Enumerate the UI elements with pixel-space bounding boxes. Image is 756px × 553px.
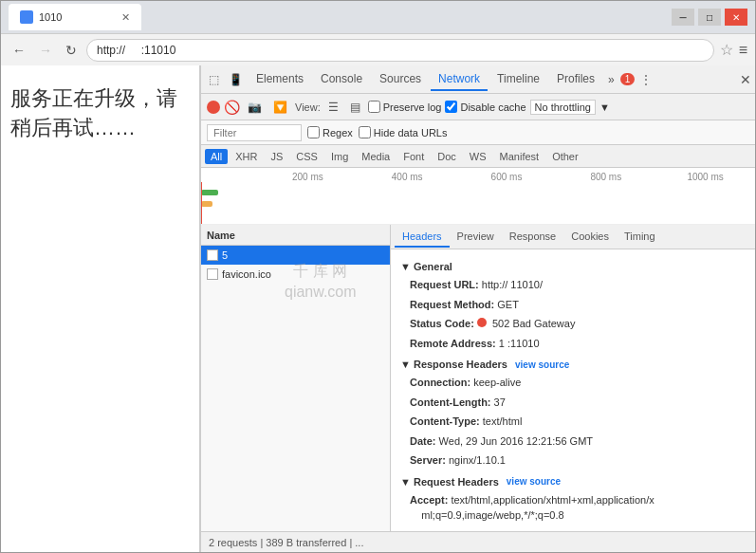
throttle-select[interactable]: No throttling — [530, 100, 596, 115]
request-checkbox-1 — [207, 249, 218, 261]
timeline-bar-2 — [201, 201, 212, 207]
tab-elements[interactable]: Elements — [249, 68, 311, 91]
filter-bar: Regex Hide data URLs — [201, 120, 755, 145]
regex-checkbox[interactable] — [307, 126, 320, 138]
timeline-labels: 200 ms 400 ms 600 ms 800 ms 1000 ms — [201, 168, 755, 182]
more-tabs-icon[interactable]: » — [604, 71, 618, 88]
timeline-marker — [201, 182, 202, 224]
timeline-label-600: 600 ms — [457, 172, 557, 182]
tab-title: 1010 — [39, 11, 116, 23]
tab-close-button[interactable]: ✕ — [121, 11, 130, 24]
tab-timeline[interactable]: Timeline — [489, 68, 547, 91]
detail-tab-headers[interactable]: Headers — [395, 227, 450, 248]
type-filter-tabs: All XHR JS CSS Img Media Font Doc WS Man… — [201, 145, 755, 168]
type-tab-other[interactable]: Other — [546, 149, 584, 164]
network-toolbar: 🚫 📷 🔽 View: ☰ ▤ Preserve log Disable cac… — [201, 94, 755, 120]
type-tab-css[interactable]: CSS — [290, 149, 323, 164]
detail-tab-cookies[interactable]: Cookies — [563, 227, 617, 248]
resp-content-type-row: Content-Type: text/html — [400, 412, 746, 432]
timeline-label-200: 200 ms — [258, 172, 358, 182]
request-method-row: Request Method: GET — [400, 295, 746, 315]
devtools-close-button[interactable]: ✕ — [740, 72, 751, 87]
requests-pane: Name 5 favicon.ico — [201, 225, 391, 531]
detail-tab-response[interactable]: Response — [502, 227, 564, 248]
minimize-button[interactable]: ─ — [672, 9, 694, 26]
type-tab-all[interactable]: All — [205, 149, 228, 164]
request-name-2: favicon.ico — [222, 268, 271, 280]
window-controls: ─ □ ✕ — [672, 9, 747, 26]
large-rows-button[interactable]: ▤ — [346, 99, 364, 116]
menu-button[interactable]: ≡ — [739, 42, 747, 59]
devtools-panel: ⬚ 📱 Elements Console Sources Network Tim… — [200, 65, 755, 552]
type-tab-font[interactable]: Font — [397, 149, 430, 164]
request-view-source-link[interactable]: view source — [507, 476, 561, 487]
preserve-log-label: Preserve log — [368, 101, 442, 113]
hide-data-label: Hide data URLs — [359, 126, 448, 138]
general-section-title: ▼ General — [400, 261, 746, 272]
status-dot-icon — [477, 318, 487, 327]
request-item-2[interactable]: favicon.ico — [201, 265, 390, 284]
detail-tab-timing[interactable]: Timing — [617, 227, 663, 248]
browser-tab[interactable]: 1010 ✕ — [9, 4, 141, 30]
preserve-log-checkbox[interactable] — [368, 101, 380, 113]
tab-profiles[interactable]: Profiles — [549, 68, 602, 91]
page-message: 服务正在升级，请稍后再试…… — [10, 84, 190, 143]
type-tab-js[interactable]: JS — [265, 149, 288, 164]
type-tab-manifest[interactable]: Manifest — [494, 149, 545, 164]
resp-content-length-row: Content-Length: 37 — [400, 393, 746, 413]
filter-button[interactable]: 🔽 — [269, 99, 291, 116]
timeline-bar-1 — [201, 190, 218, 195]
title-bar: 1010 ✕ ─ □ ✕ — [1, 1, 755, 33]
address-bar: ← → ↻ ☆ ≡ — [1, 33, 755, 65]
disable-cache-label: Disable cache — [445, 101, 526, 113]
response-headers-title: ▼ Response Headers view source — [400, 359, 746, 370]
maximize-button[interactable]: □ — [698, 9, 721, 26]
timeline-chart — [201, 182, 755, 224]
forward-button[interactable]: → — [35, 41, 56, 60]
type-tab-img[interactable]: Img — [325, 149, 354, 164]
request-checkbox-2 — [207, 268, 218, 280]
devtools-options-button[interactable]: ⋮ — [636, 71, 655, 88]
type-tab-media[interactable]: Media — [356, 149, 396, 164]
detail-tab-preview[interactable]: Preview — [450, 227, 502, 248]
devtools-status-bar: 2 requests | 389 B transferred | ... — [201, 531, 755, 552]
view-label: View: — [295, 101, 321, 113]
devtools-device-icon[interactable]: 📱 — [225, 71, 247, 88]
tab-console[interactable]: Console — [313, 68, 370, 91]
camera-button[interactable]: 📷 — [244, 99, 266, 116]
reload-button[interactable]: ↻ — [62, 41, 81, 60]
response-view-source-link[interactable]: view source — [515, 359, 569, 370]
type-tab-doc[interactable]: Doc — [432, 149, 462, 164]
browser-window: 1010 ✕ ─ □ ✕ ← → ↻ ☆ ≡ 服务正在升级，请稍后再试…… ⬚ … — [0, 0, 756, 553]
hide-data-checkbox[interactable] — [359, 126, 371, 138]
details-pane: Headers Preview Response Cookies Timing … — [391, 225, 755, 531]
resp-connection-row: Connection: keep-alive — [400, 373, 746, 393]
list-view-button[interactable]: ☰ — [324, 99, 342, 116]
close-button[interactable]: ✕ — [725, 9, 747, 26]
timeline-area: 200 ms 400 ms 600 ms 800 ms 1000 ms — [201, 168, 755, 225]
req-accept-row: Accept: text/html,application/xhtml+xml,… — [400, 490, 746, 525]
back-button[interactable]: ← — [9, 41, 29, 60]
type-tab-ws[interactable]: WS — [464, 149, 492, 164]
clear-button[interactable]: 🚫 — [224, 100, 240, 115]
type-tab-xhr[interactable]: XHR — [230, 149, 263, 164]
throttle-arrow[interactable]: ▼ — [599, 101, 610, 113]
details-content: ▼ General Request URL: http:// 11010/ Re… — [391, 249, 755, 531]
disable-cache-checkbox[interactable] — [445, 101, 457, 113]
devtools-inspect-icon[interactable]: ⬚ — [205, 71, 223, 88]
request-item-1[interactable]: 5 — [201, 246, 390, 265]
record-button[interactable] — [207, 101, 220, 114]
main-content: 服务正在升级，请稍后再试…… ⬚ 📱 Elements Console Sour… — [1, 65, 755, 552]
resp-date-row: Date: Wed, 29 Jun 2016 12:21:56 GMT — [400, 432, 746, 452]
tab-sources[interactable]: Sources — [372, 68, 429, 91]
split-pane: Name 5 favicon.ico Headers — [201, 225, 755, 531]
bookmark-button[interactable]: ☆ — [720, 41, 733, 59]
timeline-label-1000: 1000 ms — [655, 172, 755, 182]
regex-label: Regex — [307, 126, 353, 138]
url-input[interactable] — [86, 39, 714, 62]
timeline-label-400: 400 ms — [358, 172, 457, 182]
tab-network[interactable]: Network — [431, 68, 488, 91]
tab-favicon — [20, 10, 33, 24]
error-badge: 1 — [620, 73, 636, 85]
filter-input[interactable] — [207, 124, 302, 141]
